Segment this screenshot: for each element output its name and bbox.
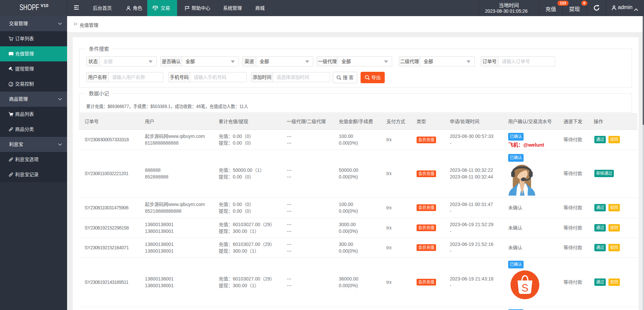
svg-text:S: S (522, 282, 529, 294)
